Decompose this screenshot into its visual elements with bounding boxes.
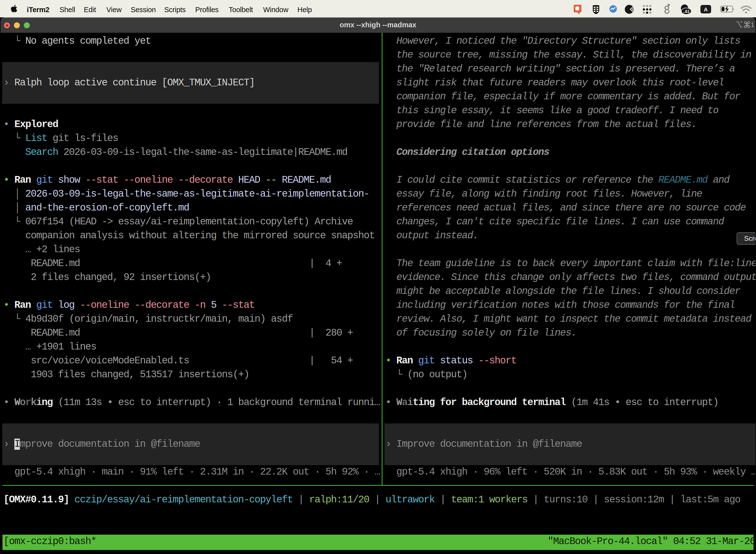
svg-text:..61: ..61 [683,9,690,14]
svg-text:1: 1 [751,21,754,28]
svg-text:A: A [704,6,708,13]
